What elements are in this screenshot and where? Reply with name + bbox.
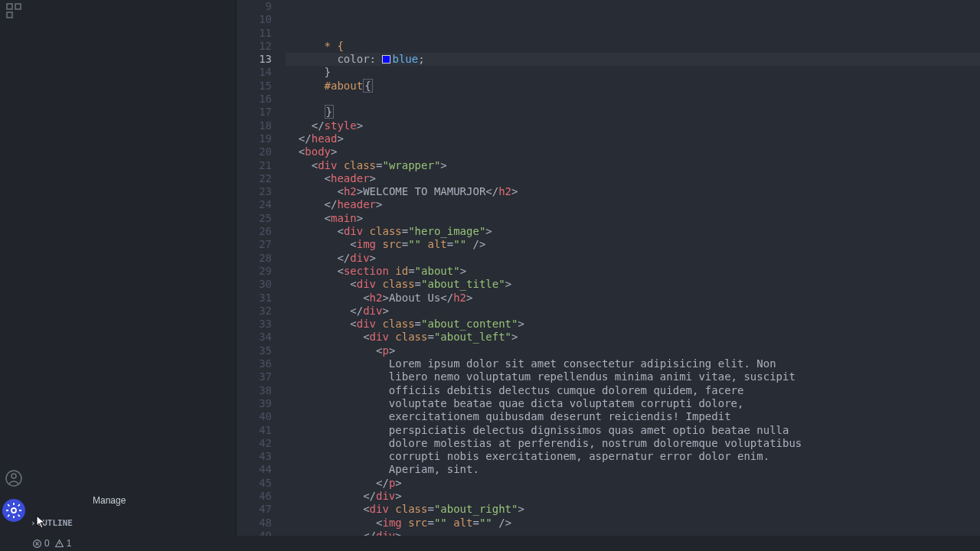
line-number: 11 [237,27,272,40]
code-line[interactable]: </style> [286,119,980,132]
line-number: 9 [237,0,272,13]
outline-section-header[interactable]: › OUTLINE [31,518,73,528]
line-number: 37 [237,370,272,383]
line-number: 47 [237,503,272,516]
code-line[interactable]: * { [286,40,980,53]
line-number: 23 [237,185,272,198]
line-number: 20 [237,145,272,158]
code-line[interactable]: <main> [286,212,980,225]
line-number: 33 [237,318,272,331]
status-warnings[interactable]: 1 [54,538,72,549]
code-line[interactable] [286,93,980,106]
code-line[interactable]: </div> [286,490,980,503]
line-number: 12 [237,40,272,53]
code-line[interactable]: <div class="about_title"> [286,278,980,291]
line-number: 24 [237,198,272,211]
svg-point-5 [11,508,16,513]
code-line[interactable]: } [286,66,980,79]
code-line[interactable]: perspiciatis delectus dignissimos quas a… [286,424,980,437]
line-number: 46 [237,490,272,503]
line-number: 14 [237,66,272,79]
extensions-icon[interactable] [5,2,23,20]
line-number: 26 [237,225,272,238]
line-number: 38 [237,384,272,397]
line-number-gutter: 9101112131415161718192021222324252627282… [237,0,286,536]
manage-gear-icon[interactable] [2,499,25,522]
code-line[interactable]: <div class="about_content"> [286,318,980,331]
active-line-highlight [286,53,980,66]
line-number: 29 [237,265,272,278]
line-number: 41 [237,424,272,437]
code-line[interactable]: Lorem ipsum dolor sit amet consectetur a… [286,357,980,370]
line-number: 31 [237,292,272,305]
code-line[interactable]: </head> [286,132,980,145]
code-line[interactable]: <h2>About Us</h2> [286,292,980,305]
code-line[interactable]: } [286,106,980,119]
line-number: 25 [237,212,272,225]
svg-rect-1 [15,4,21,9]
line-number: 19 [237,132,272,145]
svg-rect-0 [7,4,12,9]
code-line[interactable]: dolore molestias at perferendis, nostrum… [286,437,980,450]
sidebar-panel: Manage › OUTLINE [28,0,237,536]
line-number: 44 [237,463,272,476]
warning-icon [54,539,64,549]
code-line[interactable]: <section id="about"> [286,265,980,278]
line-number: 18 [237,119,272,132]
code-line[interactable]: <div class="wrapper"> [286,159,980,172]
line-number: 13 [237,53,272,66]
code-line[interactable]: </div> [286,252,980,265]
code-line[interactable]: </div> [286,530,980,536]
code-line[interactable]: </div> [286,305,980,318]
line-number: 30 [237,278,272,291]
code-line[interactable]: <body> [286,145,980,158]
warning-count: 1 [67,538,72,549]
code-line[interactable]: <h2>WELCOME TO MAMURJOR</h2> [286,185,980,198]
line-number: 16 [237,93,272,106]
line-number: 22 [237,172,272,185]
line-number: 27 [237,238,272,251]
code-line[interactable]: <img src="" alt="" /> [286,238,980,251]
code-line[interactable]: voluptate beatae quae dicta voluptatem c… [286,397,980,410]
code-line[interactable]: <div class="about_right"> [286,503,980,516]
line-number: 49 [237,530,272,536]
line-number: 48 [237,517,272,530]
line-number: 28 [237,252,272,265]
code-line[interactable]: libero nemo voluptatum repellendus minim… [286,370,980,383]
code-line[interactable]: <img src="" alt="" /> [286,517,980,530]
line-number: 35 [237,344,272,357]
line-number: 10 [237,13,272,26]
line-number: 21 [237,159,272,172]
code-line[interactable]: <header> [286,172,980,185]
code-line[interactable]: corrupti nobis exercitationem, aspernatu… [286,450,980,463]
line-number: 40 [237,410,272,423]
svg-point-4 [11,474,16,478]
line-number: 36 [237,357,272,370]
status-bar: 0 1 [28,536,980,551]
code-line[interactable]: #about{ [286,80,980,93]
line-number: 15 [237,80,272,93]
code-line[interactable]: <div class="about_left"> [286,331,980,344]
activity-bar [0,0,28,551]
code-line[interactable]: Aperiam, sint. [286,463,980,476]
line-number: 43 [237,450,272,463]
line-number: 42 [237,437,272,450]
accounts-icon[interactable] [5,469,23,487]
code-line[interactable]: officiis debitis delectus cumque dolorem… [286,384,980,397]
code-line[interactable]: <p> [286,344,980,357]
svg-rect-2 [7,12,12,18]
code-line[interactable]: <div class="hero_image"> [286,225,980,238]
manage-tooltip: Manage [93,495,126,506]
line-number: 34 [237,331,272,344]
code-line[interactable]: </header> [286,198,980,211]
status-errors[interactable]: 0 [32,538,50,549]
line-number: 45 [237,477,272,490]
line-number: 17 [237,106,272,119]
code-content[interactable]: * { color: blue; } #about{ } </style> </… [286,0,980,536]
chevron-right-icon: › [31,518,36,528]
code-line[interactable]: exercitationem quibusdam deserunt reicie… [286,410,980,423]
outline-label: OUTLINE [38,518,73,528]
code-editor[interactable]: 9101112131415161718192021222324252627282… [237,0,980,536]
code-line[interactable]: </p> [286,477,980,490]
error-icon [32,539,42,549]
